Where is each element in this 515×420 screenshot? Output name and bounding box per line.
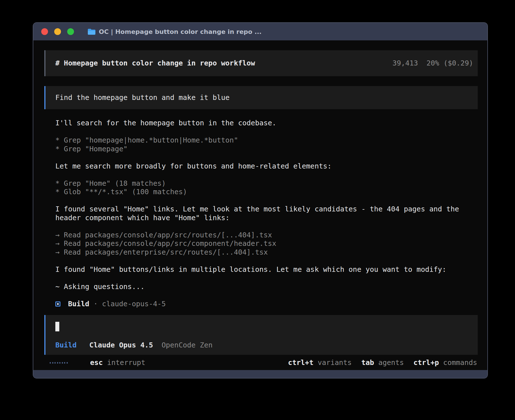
agent-badge-icon [55, 301, 60, 307]
spinner-dot [57, 362, 58, 364]
variants-label: variants [318, 358, 352, 367]
transcript-line: I found "Home" buttons/links in multiple… [55, 265, 470, 274]
transcript: I'll search for the homepage button in t… [55, 119, 470, 308]
transcript-line: header component which have "Home" links… [55, 214, 470, 222]
token-count: 39,413 [392, 59, 418, 67]
agent-separator: · [93, 300, 98, 309]
interrupt-label: interrupt [107, 358, 145, 367]
desktop: { "window": { "title": "OC | Homepage bu… [0, 0, 515, 420]
session-title: # Homepage button color change in repo w… [55, 59, 255, 68]
context-usage: 20% ($0.29) [426, 59, 473, 67]
agents-key: tab [361, 358, 374, 367]
transcript-line: * Glob "**/*.tsx" (100 matches) [55, 188, 470, 196]
window-titlebar[interactable]: OC | Homepage button color change in rep… [33, 23, 487, 40]
transcript-line: ~ Asking questions... [55, 283, 470, 291]
transcript-line: * Grep "Homepage" [55, 145, 470, 154]
transcript-line: → Read packages/enterprise/src/routes/[.… [55, 248, 470, 257]
composer-provider: OpenCode Zen [162, 341, 213, 349]
zoom-button[interactable] [67, 28, 74, 35]
variants-key: ctrl+t [288, 358, 313, 367]
user-message-text: Find the homepage button and make it blu… [55, 93, 230, 102]
transcript-line: → Read packages/console/app/src/routes/[… [55, 231, 470, 240]
terminal-content: # Homepage button color change in repo w… [33, 40, 487, 370]
commands-key: ctrl+p [413, 358, 439, 367]
transcript-line: * Grep "Home" (18 matches) [55, 179, 470, 188]
agents-hint: tab agents [361, 358, 404, 367]
agent-name: Build [68, 300, 89, 309]
spinner-dot [59, 362, 60, 364]
spinner-dot [62, 362, 63, 364]
session-stats: 39,41320% ($0.29) [392, 59, 473, 68]
composer-model: Claude Opus 4.5 [89, 341, 153, 349]
user-message: Find the homepage button and make it blu… [44, 86, 478, 109]
agent-model: claude-opus-4-5 [102, 300, 166, 309]
spinner-dot [50, 362, 51, 364]
spinner-dot [54, 362, 56, 364]
transcript-line: I found several "Home" links. Let me loo… [55, 205, 470, 214]
agents-label: agents [378, 358, 404, 367]
status-bar: esc interrupt ctrl+t variants tab agents… [50, 358, 477, 367]
folder-icon [88, 29, 95, 35]
agent-status-line: Build · claude-opus-4-5 [55, 300, 470, 309]
transcript-line: → Read packages/console/app/src/componen… [55, 239, 470, 248]
agent-badge-inner [57, 303, 59, 305]
session-header: # Homepage button color change in repo w… [44, 50, 478, 76]
text-cursor [55, 322, 59, 331]
commands-label: commands [443, 358, 477, 367]
spinner-dots [50, 362, 68, 364]
composer-agent: Build [55, 341, 77, 349]
transcript-line: Let me search more broadly for buttons a… [55, 162, 470, 171]
window-bottom-bar [33, 370, 487, 378]
composer-meta: Build Claude Opus 4.5 OpenCode Zen [55, 341, 213, 350]
variants-hint: ctrl+t variants [288, 358, 352, 367]
spinner-dot [64, 362, 65, 364]
spinner-dot [52, 362, 53, 364]
terminal-window: OC | Homepage button color change in rep… [33, 22, 488, 379]
spinner-dot [67, 362, 68, 364]
interrupt-hint: esc interrupt [90, 358, 145, 367]
transcript-line: I'll search for the homepage button in t… [55, 119, 470, 128]
transcript-line: * Grep "homepage|home.*button|Home.*butt… [55, 136, 470, 145]
close-button[interactable] [41, 28, 48, 35]
input-composer[interactable]: Build Claude Opus 4.5 OpenCode Zen [44, 315, 478, 355]
commands-hint: ctrl+p commands [413, 358, 477, 367]
interrupt-key: esc [90, 358, 103, 367]
window-title: OC | Homepage button color change in rep… [99, 28, 261, 35]
minimize-button[interactable] [54, 28, 61, 35]
